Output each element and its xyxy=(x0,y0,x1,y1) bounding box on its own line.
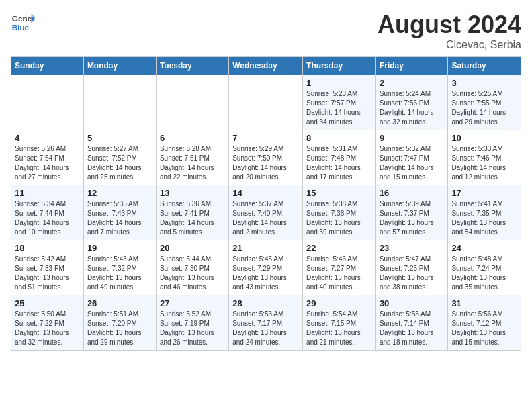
calendar-cell: 17Sunrise: 5:41 AM Sunset: 7:35 PM Dayli… xyxy=(448,185,521,240)
day-info: Sunrise: 5:43 AM Sunset: 7:32 PM Dayligh… xyxy=(87,255,152,292)
calendar-cell: 25Sunrise: 5:50 AM Sunset: 7:22 PM Dayli… xyxy=(11,295,84,351)
calendar-cell: 31Sunrise: 5:56 AM Sunset: 7:12 PM Dayli… xyxy=(448,295,521,351)
svg-text:Blue: Blue xyxy=(12,23,30,32)
calendar-cell: 11Sunrise: 5:34 AM Sunset: 7:44 PM Dayli… xyxy=(11,185,84,240)
calendar-cell: 29Sunrise: 5:54 AM Sunset: 7:15 PM Dayli… xyxy=(303,295,376,351)
day-number: 9 xyxy=(380,133,444,143)
day-number: 8 xyxy=(306,133,372,143)
day-number: 4 xyxy=(15,133,80,143)
day-number: 20 xyxy=(160,243,225,253)
page-header: General Blue August 2024 Cicevac, Serbia xyxy=(11,11,521,51)
day-info: Sunrise: 5:56 AM Sunset: 7:12 PM Dayligh… xyxy=(451,310,517,347)
calendar-cell: 7Sunrise: 5:29 AM Sunset: 7:50 PM Daylig… xyxy=(229,130,303,185)
day-info: Sunrise: 5:46 AM Sunset: 7:27 PM Dayligh… xyxy=(306,255,372,292)
day-info: Sunrise: 5:50 AM Sunset: 7:22 PM Dayligh… xyxy=(15,310,80,347)
calendar-week-2: 4Sunrise: 5:26 AM Sunset: 7:54 PM Daylig… xyxy=(11,130,521,185)
calendar-cell: 2Sunrise: 5:24 AM Sunset: 7:56 PM Daylig… xyxy=(375,75,447,130)
day-number: 15 xyxy=(306,188,372,198)
day-info: Sunrise: 5:37 AM Sunset: 7:40 PM Dayligh… xyxy=(232,199,299,237)
day-info: Sunrise: 5:35 AM Sunset: 7:43 PM Dayligh… xyxy=(87,199,152,237)
day-number: 2 xyxy=(380,78,444,88)
day-number: 28 xyxy=(232,298,299,308)
day-number: 23 xyxy=(380,243,444,253)
calendar-table: SundayMondayTuesdayWednesdayThursdayFrid… xyxy=(11,56,521,351)
calendar-cell xyxy=(156,75,228,130)
day-number: 12 xyxy=(87,188,152,198)
calendar-week-1: 1Sunrise: 5:23 AM Sunset: 7:57 PM Daylig… xyxy=(11,75,521,130)
day-info: Sunrise: 5:31 AM Sunset: 7:48 PM Dayligh… xyxy=(306,144,372,182)
calendar-cell: 21Sunrise: 5:45 AM Sunset: 7:29 PM Dayli… xyxy=(229,240,303,295)
day-number: 27 xyxy=(160,298,225,308)
day-info: Sunrise: 5:44 AM Sunset: 7:30 PM Dayligh… xyxy=(160,255,225,292)
day-number: 14 xyxy=(232,188,299,198)
calendar-cell: 16Sunrise: 5:39 AM Sunset: 7:37 PM Dayli… xyxy=(375,185,447,240)
day-number: 19 xyxy=(87,243,152,253)
calendar-cell xyxy=(83,75,156,130)
day-number: 5 xyxy=(87,133,152,143)
day-info: Sunrise: 5:29 AM Sunset: 7:50 PM Dayligh… xyxy=(232,144,299,182)
day-info: Sunrise: 5:25 AM Sunset: 7:55 PM Dayligh… xyxy=(451,89,517,127)
calendar-cell: 5Sunrise: 5:27 AM Sunset: 7:52 PM Daylig… xyxy=(83,130,156,185)
calendar-cell: 20Sunrise: 5:44 AM Sunset: 7:30 PM Dayli… xyxy=(156,240,228,295)
calendar-week-3: 11Sunrise: 5:34 AM Sunset: 7:44 PM Dayli… xyxy=(11,185,521,240)
day-number: 11 xyxy=(15,188,80,198)
day-info: Sunrise: 5:26 AM Sunset: 7:54 PM Dayligh… xyxy=(15,144,80,182)
calendar-header-row: SundayMondayTuesdayWednesdayThursdayFrid… xyxy=(11,57,521,75)
day-info: Sunrise: 5:42 AM Sunset: 7:33 PM Dayligh… xyxy=(15,255,80,292)
day-number: 3 xyxy=(451,78,517,88)
calendar-cell: 18Sunrise: 5:42 AM Sunset: 7:33 PM Dayli… xyxy=(11,240,84,295)
day-info: Sunrise: 5:36 AM Sunset: 7:41 PM Dayligh… xyxy=(160,199,225,237)
day-info: Sunrise: 5:27 AM Sunset: 7:52 PM Dayligh… xyxy=(87,144,152,182)
day-info: Sunrise: 5:45 AM Sunset: 7:29 PM Dayligh… xyxy=(232,255,299,292)
calendar-cell: 3Sunrise: 5:25 AM Sunset: 7:55 PM Daylig… xyxy=(448,75,521,130)
calendar-cell: 6Sunrise: 5:28 AM Sunset: 7:51 PM Daylig… xyxy=(156,130,228,185)
day-info: Sunrise: 5:54 AM Sunset: 7:15 PM Dayligh… xyxy=(306,310,372,347)
calendar-cell: 12Sunrise: 5:35 AM Sunset: 7:43 PM Dayli… xyxy=(83,185,156,240)
calendar-cell: 1Sunrise: 5:23 AM Sunset: 7:57 PM Daylig… xyxy=(303,75,376,130)
calendar-cell: 26Sunrise: 5:51 AM Sunset: 7:20 PM Dayli… xyxy=(83,295,156,351)
main-title: August 2024 xyxy=(378,11,521,39)
calendar-cell: 22Sunrise: 5:46 AM Sunset: 7:27 PM Dayli… xyxy=(303,240,376,295)
day-info: Sunrise: 5:33 AM Sunset: 7:46 PM Dayligh… xyxy=(451,144,517,182)
day-number: 24 xyxy=(451,243,517,253)
calendar-cell: 13Sunrise: 5:36 AM Sunset: 7:41 PM Dayli… xyxy=(156,185,228,240)
calendar-cell: 8Sunrise: 5:31 AM Sunset: 7:48 PM Daylig… xyxy=(303,130,376,185)
day-info: Sunrise: 5:38 AM Sunset: 7:38 PM Dayligh… xyxy=(306,199,372,237)
day-number: 25 xyxy=(15,298,80,308)
day-number: 31 xyxy=(451,298,517,308)
day-number: 7 xyxy=(232,133,299,143)
day-number: 16 xyxy=(380,188,444,198)
day-info: Sunrise: 5:48 AM Sunset: 7:24 PM Dayligh… xyxy=(451,255,517,292)
calendar-cell xyxy=(11,75,84,130)
day-number: 26 xyxy=(87,298,152,308)
day-header-tuesday: Tuesday xyxy=(156,57,228,75)
day-header-sunday: Sunday xyxy=(11,57,84,75)
subtitle: Cicevac, Serbia xyxy=(378,39,521,51)
day-info: Sunrise: 5:53 AM Sunset: 7:17 PM Dayligh… xyxy=(232,310,299,347)
day-number: 1 xyxy=(306,78,372,88)
day-info: Sunrise: 5:47 AM Sunset: 7:25 PM Dayligh… xyxy=(380,255,444,292)
calendar-week-4: 18Sunrise: 5:42 AM Sunset: 7:33 PM Dayli… xyxy=(11,240,521,295)
day-number: 6 xyxy=(160,133,225,143)
day-info: Sunrise: 5:24 AM Sunset: 7:56 PM Dayligh… xyxy=(380,89,444,127)
calendar-cell: 19Sunrise: 5:43 AM Sunset: 7:32 PM Dayli… xyxy=(83,240,156,295)
calendar-cell: 30Sunrise: 5:55 AM Sunset: 7:14 PM Dayli… xyxy=(375,295,447,351)
day-info: Sunrise: 5:55 AM Sunset: 7:14 PM Dayligh… xyxy=(380,310,444,347)
calendar-cell: 14Sunrise: 5:37 AM Sunset: 7:40 PM Dayli… xyxy=(229,185,303,240)
calendar-cell: 9Sunrise: 5:32 AM Sunset: 7:47 PM Daylig… xyxy=(375,130,447,185)
day-header-monday: Monday xyxy=(83,57,156,75)
day-header-saturday: Saturday xyxy=(448,57,521,75)
day-number: 17 xyxy=(451,188,517,198)
day-info: Sunrise: 5:34 AM Sunset: 7:44 PM Dayligh… xyxy=(15,199,80,237)
day-header-wednesday: Wednesday xyxy=(229,57,303,75)
calendar-cell: 4Sunrise: 5:26 AM Sunset: 7:54 PM Daylig… xyxy=(11,130,84,185)
day-info: Sunrise: 5:41 AM Sunset: 7:35 PM Dayligh… xyxy=(451,199,517,237)
calendar-cell: 23Sunrise: 5:47 AM Sunset: 7:25 PM Dayli… xyxy=(375,240,447,295)
day-number: 21 xyxy=(232,243,299,253)
day-header-thursday: Thursday xyxy=(303,57,376,75)
calendar-cell: 27Sunrise: 5:52 AM Sunset: 7:19 PM Dayli… xyxy=(156,295,228,351)
calendar-cell: 24Sunrise: 5:48 AM Sunset: 7:24 PM Dayli… xyxy=(448,240,521,295)
logo: General Blue xyxy=(11,11,35,35)
day-info: Sunrise: 5:32 AM Sunset: 7:47 PM Dayligh… xyxy=(380,144,444,182)
day-number: 29 xyxy=(306,298,372,308)
